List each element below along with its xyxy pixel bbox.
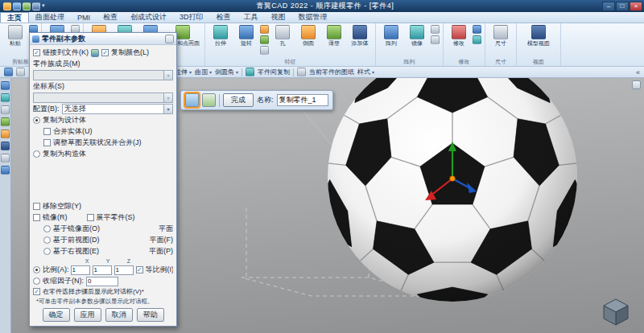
uniform-scale-label: 等比例(I) [146, 265, 173, 275]
save-icon[interactable] [13, 2, 21, 10]
pattern-along-curve-icon[interactable] [431, 25, 440, 34]
inter-part-copy-item[interactable]: 零件间复制 [258, 68, 290, 76]
link-to-file-checkbox[interactable]: ✓ [33, 49, 40, 56]
chevron-down-icon: ▾ [163, 71, 172, 80]
tab-data-management[interactable]: 数据管理 [292, 12, 334, 23]
dialog-header[interactable]: 零件副本参数 [30, 33, 176, 45]
round-button[interactable]: 倒圆 [296, 24, 320, 58]
thin-wall-icon [327, 25, 341, 39]
finish-button[interactable]: 完成 [223, 93, 254, 107]
modify-button[interactable]: 修改 [447, 24, 471, 58]
shrink-factor-radio[interactable] [33, 278, 40, 285]
cancel-button[interactable]: 取消 [105, 308, 133, 322]
scale-radio[interactable] [33, 266, 40, 273]
mirror-checkbox[interactable] [33, 214, 40, 221]
apply-button[interactable]: 应用 [74, 308, 101, 322]
panel-icon[interactable] [1, 154, 10, 162]
minimize-button[interactable]: – [602, 2, 615, 11]
scale-x-input[interactable] [71, 265, 90, 275]
mirror-button[interactable]: 镜像 [405, 24, 429, 58]
quick-access-dropdown-icon[interactable]: ▾ [42, 2, 45, 10]
panel-toggle-icon[interactable] [632, 80, 641, 89]
scale-z-input[interactable] [114, 265, 134, 275]
tab-view[interactable]: 视图 [265, 12, 292, 23]
undo-icon[interactable] [23, 2, 31, 10]
styles-dropdown[interactable]: 样式 ▾ [357, 68, 374, 76]
quickbar-round-dropdown[interactable]: 倒圆角 ▾ [215, 68, 238, 76]
part-copy-step-icon[interactable] [185, 93, 199, 107]
revolve-button[interactable]: 旋转 [234, 24, 258, 58]
scale-y-input[interactable] [93, 265, 112, 275]
tab-tools[interactable]: 工具 [237, 12, 265, 23]
separator [219, 94, 220, 107]
feature-playback-icon[interactable] [1, 142, 10, 150]
mirror-plane-radio-1[interactable] [43, 225, 51, 232]
dialog-options-icon[interactable] [165, 35, 174, 43]
cutout-icon[interactable] [260, 25, 269, 34]
pathfinder-icon[interactable] [1, 81, 10, 90]
thin-wall-button[interactable]: 薄壁 [322, 24, 346, 58]
dimension-button[interactable]: 尺寸 [489, 24, 513, 58]
chevron-down-icon: ▾ [163, 105, 172, 113]
family-table-icon[interactable] [1, 130, 10, 138]
move-face-icon[interactable] [473, 25, 481, 34]
quickbar-extrude-dropdown[interactable]: 拉伸 ▾ [175, 68, 192, 76]
app-icon[interactable] [3, 2, 11, 10]
pathfinder-toggle-icon[interactable] [4, 68, 13, 76]
mirror-plane-radio-3[interactable] [43, 248, 51, 255]
close-button[interactable]: × [630, 2, 642, 11]
maximize-button[interactable]: □ [616, 2, 629, 11]
mirror-plane-label: 平面(P) [149, 246, 173, 257]
delete-face-icon[interactable] [473, 35, 481, 44]
tab-3d-print[interactable]: 3D打印 [173, 12, 210, 23]
parameters-step-icon[interactable] [202, 93, 216, 107]
snap-icon[interactable] [297, 68, 306, 76]
tab-generative-design[interactable]: 创成式设计 [124, 12, 173, 23]
display-options-icon[interactable] [16, 68, 25, 76]
current-part-sheet-item[interactable]: 当前零件的图纸 [309, 68, 354, 76]
merge-solid-checkbox[interactable] [43, 128, 51, 135]
model-view-button[interactable]: 模型视图 [520, 24, 557, 58]
mirror-plane-radio-2[interactable] [43, 236, 51, 244]
redo-icon[interactable] [32, 2, 40, 10]
pattern-button[interactable]: 阵列 [379, 24, 403, 58]
rib-icon[interactable] [260, 35, 269, 44]
tab-home[interactable]: 主页 [0, 12, 29, 23]
view-cube[interactable] [601, 296, 631, 327]
help-button[interactable]: 帮助 [137, 308, 164, 322]
copy-as-design-radio[interactable] [33, 117, 40, 124]
remove-gap-checkbox[interactable] [33, 203, 40, 210]
extrude-button[interactable]: 拉伸 [208, 24, 233, 58]
library-icon[interactable] [1, 93, 10, 102]
tab-surfacing[interactable]: 曲面处理 [29, 12, 71, 23]
copy-as-construction-radio[interactable] [33, 150, 40, 158]
tab-inspect[interactable]: 检查 [97, 12, 124, 23]
uniform-scale-checkbox[interactable]: ✓ [136, 266, 143, 273]
hole-button[interactable]: 孔 [270, 24, 295, 58]
flatten-label: 展平零件(S) [97, 212, 135, 223]
tab-check[interactable]: 检查 [210, 12, 237, 23]
ribbon-tab-row: 主页 曲面处理 PMI 检查 创成式设计 3D打印 检查 工具 视图 数据管理 [0, 12, 644, 23]
panel-icon[interactable] [1, 166, 10, 175]
flatten-checkbox[interactable] [87, 214, 94, 221]
tab-pmi[interactable]: PMI [71, 12, 97, 23]
quickbar-surface-dropdown[interactable]: 曲面 ▾ [195, 68, 212, 76]
adjust-sketch-checkbox[interactable] [43, 139, 51, 146]
inter-part-copy-icon[interactable] [246, 68, 254, 76]
show-dialog-checkbox[interactable]: ✓ [33, 288, 40, 295]
name-input[interactable] [277, 94, 328, 106]
shrink-factor-input[interactable] [86, 277, 118, 286]
sensors-icon[interactable] [1, 117, 10, 126]
adjust-sketch-label: 调整草图关联状况并合并(J) [53, 138, 142, 148]
paste-button[interactable]: 粘贴 [3, 24, 27, 58]
copy-colors-checkbox[interactable]: ✓ [101, 49, 109, 56]
config-combo[interactable]: 无选择 ▾ [62, 104, 174, 114]
pattern-circular-icon[interactable] [431, 35, 440, 44]
family-member-label: 零件族成员(M) [33, 59, 80, 69]
add-body-button[interactable]: 添加体 [348, 24, 372, 58]
soccer-ball-model[interactable] [318, 78, 589, 314]
layers-icon[interactable] [1, 105, 10, 114]
ok-button[interactable]: 确定 [43, 308, 70, 322]
ribbon-collapse-icon[interactable]: « [636, 68, 640, 76]
draft-icon[interactable] [260, 46, 269, 55]
